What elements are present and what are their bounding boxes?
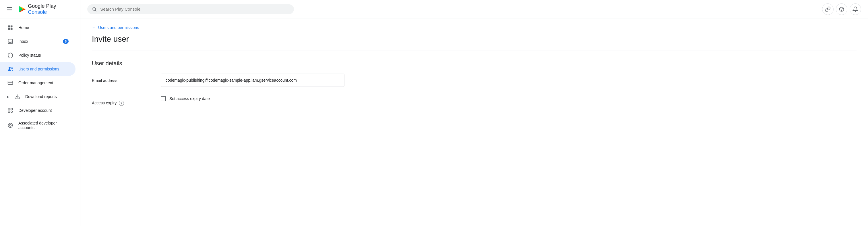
grid-icon [7,24,14,31]
email-label: Email address [92,74,149,83]
checkbox-row: Set access expiry date [161,96,344,101]
page-title: Invite user [92,34,857,44]
access-expiry-label: Access expiry ? [92,96,149,106]
search-bar[interactable] [87,4,294,14]
help-icon-button[interactable] [836,3,847,15]
sidebar-item-inbox[interactable]: Inbox 5 [0,34,75,48]
svg-rect-1 [11,26,12,28]
svg-point-15 [93,7,96,10]
help-icon [839,6,844,12]
svg-point-13 [8,123,12,128]
brand-name: Google Play Console [28,3,75,15]
download-icon [14,93,21,100]
access-expiry-checkbox[interactable] [161,96,166,101]
sidebar-navigation: Home Inbox 5 [0,19,80,226]
svg-point-12 [11,111,12,113]
sidebar-item-users-label: Users and permissions [19,67,69,71]
link-icon [825,6,831,12]
main-content: ← Users and permissions Invite user User… [81,0,868,226]
search-icon [92,7,97,12]
topbar-actions [822,3,861,15]
page-content: ← Users and permissions Invite user User… [81,19,868,226]
access-expiry-form-row: Access expiry ? Set access expiry date [92,96,857,106]
breadcrumb-label: Users and permissions [98,25,139,30]
play-store-icon [18,5,27,14]
email-field-container [161,74,344,87]
sidebar-item-associated-accounts[interactable]: Associated developer accounts [0,117,75,134]
expand-arrow-icon: ▶ [7,95,9,98]
section-title: User details [92,60,857,67]
inbox-badge: 5 [63,39,69,44]
users-icon [7,65,14,73]
access-expiry-checkbox-label: Set access expiry date [169,96,210,101]
circle-icon [7,122,14,129]
email-form-row: Email address [92,74,857,87]
account-icon [7,107,14,114]
section-divider [92,51,857,51]
sidebar-item-policy-label: Policy status [19,53,69,57]
sidebar-item-developer-label: Developer account [19,108,69,113]
breadcrumb-arrow: ← [92,25,96,30]
search-input[interactable] [100,7,289,11]
svg-point-5 [9,67,11,69]
sidebar-header: Google Play Console [0,0,80,19]
access-expiry-help-icon[interactable]: ? [119,101,124,106]
svg-line-16 [95,10,96,11]
sidebar-item-order-management[interactable]: Order management [0,76,75,90]
svg-point-14 [9,124,11,126]
svg-rect-6 [8,81,13,85]
svg-rect-3 [11,28,12,30]
sidebar-item-home[interactable]: Home [0,21,75,34]
sidebar-item-inbox-label: Inbox [19,39,58,44]
sidebar: Google Play Console Home [0,0,81,226]
sidebar-item-policy-status[interactable]: Policy status [0,48,75,62]
access-expiry-field: Set access expiry date [161,96,344,101]
notifications-icon-button[interactable] [849,3,861,15]
notifications-icon [852,6,858,12]
breadcrumb[interactable]: ← Users and permissions [92,25,857,30]
svg-rect-11 [8,111,10,113]
card-icon [7,79,14,86]
svg-rect-2 [8,28,10,30]
email-input[interactable] [161,74,344,87]
sidebar-item-users-permissions[interactable]: Users and permissions [0,62,75,76]
sidebar-item-download-reports[interactable]: ▶ Download reports [0,90,75,104]
svg-rect-9 [8,108,10,110]
svg-rect-4 [8,39,12,44]
sidebar-item-download-label: Download reports [25,94,69,99]
shield-icon [7,52,14,59]
sidebar-item-associated-label: Associated developer accounts [19,121,69,130]
sidebar-item-home-label: Home [19,25,69,30]
link-icon-button[interactable] [822,3,834,15]
svg-rect-10 [11,108,12,110]
topbar [81,0,868,19]
brand-logo[interactable]: Google Play Console [18,3,75,15]
sidebar-item-order-label: Order management [19,81,69,85]
sidebar-item-developer-account[interactable]: Developer account [0,104,75,117]
menu-button[interactable] [5,5,14,13]
inbox-icon [7,38,14,45]
svg-rect-0 [8,26,10,28]
